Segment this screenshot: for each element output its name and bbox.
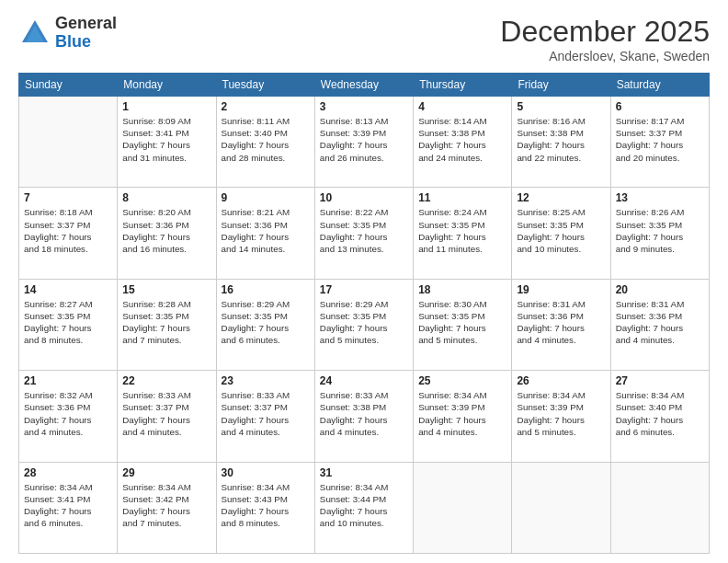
day-number: 3 bbox=[320, 100, 408, 113]
day-info: Sunrise: 8:32 AM Sunset: 3:36 PM Dayligh… bbox=[24, 389, 112, 438]
day-cell: 31Sunrise: 8:34 AM Sunset: 3:44 PM Dayli… bbox=[314, 462, 413, 553]
day-cell: 1Sunrise: 8:09 AM Sunset: 3:41 PM Daylig… bbox=[118, 97, 216, 188]
day-number: 19 bbox=[517, 283, 605, 296]
logo-blue: Blue bbox=[55, 33, 117, 52]
day-info: Sunrise: 8:11 AM Sunset: 3:40 PM Dayligh… bbox=[222, 115, 310, 164]
day-header-thursday: Thursday bbox=[414, 74, 512, 97]
day-number: 4 bbox=[418, 100, 506, 113]
day-cell: 23Sunrise: 8:33 AM Sunset: 3:37 PM Dayli… bbox=[216, 371, 314, 462]
day-cell: 27Sunrise: 8:34 AM Sunset: 3:40 PM Dayli… bbox=[610, 371, 709, 462]
day-info: Sunrise: 8:16 AM Sunset: 3:38 PM Dayligh… bbox=[517, 115, 605, 164]
day-number: 27 bbox=[616, 374, 704, 387]
day-number: 22 bbox=[122, 374, 210, 387]
day-cell: 11Sunrise: 8:24 AM Sunset: 3:35 PM Dayli… bbox=[414, 188, 512, 279]
day-info: Sunrise: 8:34 AM Sunset: 3:39 PM Dayligh… bbox=[517, 389, 605, 438]
day-info: Sunrise: 8:31 AM Sunset: 3:36 PM Dayligh… bbox=[517, 298, 605, 347]
day-number: 16 bbox=[222, 283, 310, 296]
day-header-sunday: Sunday bbox=[19, 74, 118, 97]
location: Andersloev, Skane, Sweden bbox=[500, 49, 710, 63]
day-info: Sunrise: 8:31 AM Sunset: 3:36 PM Dayligh… bbox=[616, 298, 704, 347]
week-row-3: 14Sunrise: 8:27 AM Sunset: 3:35 PM Dayli… bbox=[19, 279, 710, 370]
day-cell: 6Sunrise: 8:17 AM Sunset: 3:37 PM Daylig… bbox=[610, 97, 709, 188]
day-cell: 28Sunrise: 8:34 AM Sunset: 3:41 PM Dayli… bbox=[19, 462, 118, 553]
calendar-table: SundayMondayTuesdayWednesdayThursdayFrid… bbox=[18, 73, 710, 554]
day-info: Sunrise: 8:34 AM Sunset: 3:43 PM Dayligh… bbox=[222, 481, 310, 530]
week-row-1: 1Sunrise: 8:09 AM Sunset: 3:41 PM Daylig… bbox=[19, 97, 710, 188]
day-info: Sunrise: 8:26 AM Sunset: 3:35 PM Dayligh… bbox=[616, 206, 704, 255]
day-number: 26 bbox=[517, 374, 605, 387]
day-info: Sunrise: 8:18 AM Sunset: 3:37 PM Dayligh… bbox=[24, 206, 112, 255]
day-cell: 4Sunrise: 8:14 AM Sunset: 3:38 PM Daylig… bbox=[414, 97, 512, 188]
day-cell bbox=[512, 462, 610, 553]
day-number: 5 bbox=[517, 100, 605, 113]
day-info: Sunrise: 8:24 AM Sunset: 3:35 PM Dayligh… bbox=[418, 206, 506, 255]
logo-general: General bbox=[55, 15, 117, 33]
day-info: Sunrise: 8:34 AM Sunset: 3:40 PM Dayligh… bbox=[616, 389, 704, 438]
day-header-monday: Monday bbox=[118, 74, 216, 97]
day-number: 28 bbox=[24, 466, 112, 479]
day-cell: 16Sunrise: 8:29 AM Sunset: 3:35 PM Dayli… bbox=[216, 279, 314, 370]
day-info: Sunrise: 8:33 AM Sunset: 3:37 PM Dayligh… bbox=[222, 389, 310, 438]
day-number: 25 bbox=[418, 374, 506, 387]
day-cell bbox=[610, 462, 709, 553]
day-info: Sunrise: 8:33 AM Sunset: 3:38 PM Dayligh… bbox=[320, 389, 408, 438]
day-cell: 10Sunrise: 8:22 AM Sunset: 3:35 PM Dayli… bbox=[314, 188, 413, 279]
day-info: Sunrise: 8:30 AM Sunset: 3:35 PM Dayligh… bbox=[418, 298, 506, 347]
day-number: 2 bbox=[222, 100, 310, 113]
day-info: Sunrise: 8:33 AM Sunset: 3:37 PM Dayligh… bbox=[122, 389, 210, 438]
day-cell: 9Sunrise: 8:21 AM Sunset: 3:36 PM Daylig… bbox=[216, 188, 314, 279]
day-cell: 7Sunrise: 8:18 AM Sunset: 3:37 PM Daylig… bbox=[19, 188, 118, 279]
day-cell: 8Sunrise: 8:20 AM Sunset: 3:36 PM Daylig… bbox=[118, 188, 216, 279]
day-header-saturday: Saturday bbox=[610, 74, 709, 97]
day-header-tuesday: Tuesday bbox=[216, 74, 314, 97]
header-row: SundayMondayTuesdayWednesdayThursdayFrid… bbox=[19, 74, 710, 97]
day-info: Sunrise: 8:17 AM Sunset: 3:37 PM Dayligh… bbox=[616, 115, 704, 164]
day-info: Sunrise: 8:25 AM Sunset: 3:35 PM Dayligh… bbox=[517, 206, 605, 255]
day-cell: 15Sunrise: 8:28 AM Sunset: 3:35 PM Dayli… bbox=[118, 279, 216, 370]
day-number: 12 bbox=[517, 191, 605, 204]
day-info: Sunrise: 8:14 AM Sunset: 3:38 PM Dayligh… bbox=[418, 115, 506, 164]
day-number: 31 bbox=[320, 466, 408, 479]
day-number: 18 bbox=[418, 283, 506, 296]
day-info: Sunrise: 8:20 AM Sunset: 3:36 PM Dayligh… bbox=[122, 206, 210, 255]
month-title: December 2025 bbox=[500, 15, 710, 49]
day-cell: 5Sunrise: 8:16 AM Sunset: 3:38 PM Daylig… bbox=[512, 97, 610, 188]
title-block: December 2025 Andersloev, Skane, Sweden bbox=[500, 15, 710, 63]
header: General Blue December 2025 Andersloev, S… bbox=[18, 15, 710, 63]
day-number: 21 bbox=[24, 374, 112, 387]
day-number: 24 bbox=[320, 374, 408, 387]
day-info: Sunrise: 8:09 AM Sunset: 3:41 PM Dayligh… bbox=[122, 115, 210, 164]
day-number: 13 bbox=[616, 191, 704, 204]
day-cell: 29Sunrise: 8:34 AM Sunset: 3:42 PM Dayli… bbox=[118, 462, 216, 553]
week-row-2: 7Sunrise: 8:18 AM Sunset: 3:37 PM Daylig… bbox=[19, 188, 710, 279]
day-cell bbox=[414, 462, 512, 553]
day-number: 17 bbox=[320, 283, 408, 296]
day-cell: 20Sunrise: 8:31 AM Sunset: 3:36 PM Dayli… bbox=[610, 279, 709, 370]
day-info: Sunrise: 8:34 AM Sunset: 3:44 PM Dayligh… bbox=[320, 481, 408, 530]
day-cell: 17Sunrise: 8:29 AM Sunset: 3:35 PM Dayli… bbox=[314, 279, 413, 370]
day-info: Sunrise: 8:29 AM Sunset: 3:35 PM Dayligh… bbox=[222, 298, 310, 347]
day-cell: 19Sunrise: 8:31 AM Sunset: 3:36 PM Dayli… bbox=[512, 279, 610, 370]
day-info: Sunrise: 8:34 AM Sunset: 3:42 PM Dayligh… bbox=[122, 481, 210, 530]
day-cell: 18Sunrise: 8:30 AM Sunset: 3:35 PM Dayli… bbox=[414, 279, 512, 370]
day-number: 9 bbox=[222, 191, 310, 204]
day-info: Sunrise: 8:34 AM Sunset: 3:39 PM Dayligh… bbox=[418, 389, 506, 438]
day-info: Sunrise: 8:28 AM Sunset: 3:35 PM Dayligh… bbox=[122, 298, 210, 347]
logo-text: General Blue bbox=[55, 15, 117, 52]
day-cell: 3Sunrise: 8:13 AM Sunset: 3:39 PM Daylig… bbox=[314, 97, 413, 188]
day-cell bbox=[19, 97, 118, 188]
day-info: Sunrise: 8:22 AM Sunset: 3:35 PM Dayligh… bbox=[320, 206, 408, 255]
week-row-4: 21Sunrise: 8:32 AM Sunset: 3:36 PM Dayli… bbox=[19, 371, 710, 462]
day-info: Sunrise: 8:13 AM Sunset: 3:39 PM Dayligh… bbox=[320, 115, 408, 164]
day-number: 1 bbox=[122, 100, 210, 113]
week-row-5: 28Sunrise: 8:34 AM Sunset: 3:41 PM Dayli… bbox=[19, 462, 710, 553]
day-number: 8 bbox=[122, 191, 210, 204]
day-info: Sunrise: 8:21 AM Sunset: 3:36 PM Dayligh… bbox=[222, 206, 310, 255]
day-number: 29 bbox=[122, 466, 210, 479]
day-info: Sunrise: 8:34 AM Sunset: 3:41 PM Dayligh… bbox=[24, 481, 112, 530]
main-container: General Blue December 2025 Andersloev, S… bbox=[0, 0, 728, 563]
day-number: 10 bbox=[320, 191, 408, 204]
logo-icon bbox=[18, 17, 51, 50]
day-cell: 24Sunrise: 8:33 AM Sunset: 3:38 PM Dayli… bbox=[314, 371, 413, 462]
day-header-friday: Friday bbox=[512, 74, 610, 97]
